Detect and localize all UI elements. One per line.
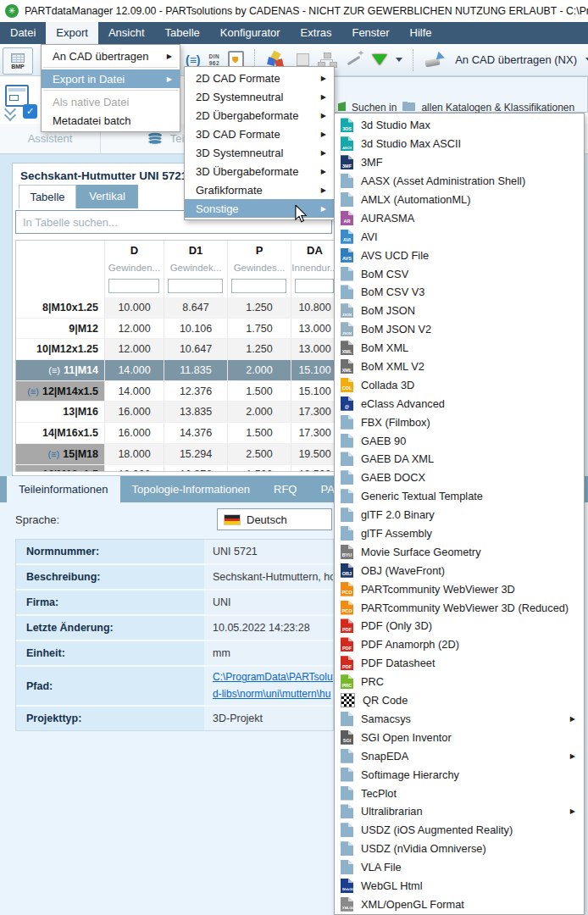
filter-checkbox[interactable]: ✓ <box>23 104 37 119</box>
info-tab-rfq[interactable]: RFQ <box>262 476 308 502</box>
submenu-item-3d-übergabeformate[interactable]: 3D Übergabeformate▶ <box>185 162 334 180</box>
format-menu-item[interactable]: BoM CSV <box>335 264 584 283</box>
format-menu-item[interactable]: XMLBoM XML V2 <box>335 358 584 376</box>
submenu-item-sonstige[interactable]: Sonstige▶ <box>185 199 334 218</box>
column-header-d1[interactable]: D1 <box>164 241 227 259</box>
submenu-item-2d-systemneutral[interactable]: 2D Systemneutral▶ <box>185 87 334 106</box>
format-menu-item[interactable]: FBX (Filmbox) <box>335 413 584 431</box>
format-menu-item[interactable]: GAEB DOCX <box>335 469 584 487</box>
language-dropdown[interactable]: Deutsch <box>217 508 332 530</box>
format-menu-item[interactable]: ASCII3d Studio Max ASCII <box>335 135 584 153</box>
menubar-item-extras[interactable]: Extras <box>291 22 342 44</box>
format-menu-item[interactable]: Generic Textual Template <box>335 487 584 506</box>
file-format-icon <box>341 174 353 188</box>
table-view-icon[interactable]: (≡) <box>186 53 201 67</box>
din-962-icon[interactable]: DIN962 <box>209 53 220 66</box>
tab-tabelle[interactable]: Tabelle <box>19 185 76 208</box>
menubar-item-fenster[interactable]: Fenster <box>341 22 399 44</box>
table-row[interactable]: (≡)12|M14x1.514.00012.3761.50015.100 <box>16 381 336 402</box>
bmp-export-button[interactable]: BMP <box>3 47 33 75</box>
format-menu-item[interactable]: OBJOBJ (WaveFront) <box>335 561 584 580</box>
menubar-item-tabelle[interactable]: Tabelle <box>155 22 210 44</box>
format-menu-item[interactable]: glTF Assembly <box>335 524 584 543</box>
menubar-item-hilfe[interactable]: Hilfe <box>400 22 442 44</box>
format-menu-item[interactable]: SGISGI Open Inventor <box>335 728 584 746</box>
format-menu-item[interactable]: PCOPARTcommunity WebViewer 3D <box>335 580 584 598</box>
format-menu-item[interactable]: COLCollada 3D <box>335 375 584 394</box>
format-menu-item[interactable]: USDZ (nVidia Omniverse) <box>335 840 584 858</box>
format-menu-item[interactable]: BYUMovie Surface Geometry <box>335 542 584 561</box>
format-menu-item[interactable]: GAEB DA XML <box>335 450 584 469</box>
table-row[interactable]: 13|M1616.00013.8352.00017.300 <box>16 402 336 423</box>
menu-item-export-in-datei[interactable]: Export in Datei▶ <box>42 69 180 88</box>
format-menu-item[interactable]: JSONBoM JSON <box>335 302 584 320</box>
format-menu-item[interactable]: SnapEDA▶ <box>335 746 584 765</box>
format-menu-item[interactable]: AVSAVS UCD File <box>335 246 584 264</box>
menu-item-metadatei-batch[interactable]: Metadatei batch <box>42 111 180 130</box>
submenu-item-grafikformate[interactable]: Grafikformate▶ <box>185 180 334 199</box>
tab-vertikal[interactable]: Vertikal <box>76 185 138 208</box>
menubar-item-export[interactable]: Export <box>46 22 98 44</box>
format-menu-item[interactable]: 3DS3d Studio Max <box>335 116 584 135</box>
format-menu-item[interactable]: WebGLWebGL Html <box>335 877 584 896</box>
format-menu-item[interactable]: JSONBoM JSON V2 <box>335 320 584 339</box>
collapse-double-chevron-icon[interactable] <box>4 105 18 120</box>
info-tab-teileinformationen[interactable]: Teileinformationen <box>7 476 120 502</box>
green-triangle-icon[interactable] <box>372 54 387 65</box>
format-menu-item[interactable]: Samacsys▶ <box>335 710 584 729</box>
table-filter-input[interactable] <box>295 279 334 293</box>
submenu-item-2d-cad-formate[interactable]: 2D CAD Formate▶ <box>185 69 334 87</box>
format-menu-item[interactable]: PDFPDF (Only 3D) <box>335 617 584 635</box>
format-menu-item[interactable]: PRCPRC <box>335 673 584 691</box>
format-menu-item[interactable]: TecPlot <box>335 784 584 802</box>
table-row[interactable]: (≡)15|M1818.00015.2942.50019.500 <box>16 444 336 465</box>
submenu-item-2d-übergabeformate[interactable]: 2D Übergabeformate▶ <box>185 106 334 125</box>
menu-item-an-cad-übertragen[interactable]: An CAD übertragen▶ <box>42 47 180 65</box>
table-row[interactable]: 14|M16x1.516.00014.3761.50017.300 <box>16 423 336 444</box>
table-filter-input[interactable] <box>168 279 223 293</box>
format-menu-item[interactable]: BoM CSV V3 <box>335 283 584 302</box>
menubar-item-ansicht[interactable]: Ansicht <box>98 22 155 44</box>
format-menu-item[interactable]: PDFPDF Datasheet <box>335 654 584 673</box>
info-tab-topologie-informationen[interactable]: Topologie-Informationen <box>120 476 262 502</box>
format-menu-item[interactable]: Ultralibrarian▶ <box>335 802 584 821</box>
format-menu-item[interactable]: glTF 2.0 Binary <box>335 506 584 524</box>
table-filter-input[interactable] <box>231 279 286 293</box>
magic-wand-icon[interactable] <box>345 52 363 69</box>
format-menu-item[interactable]: PDFPDF Anamorph (2D) <box>335 635 584 654</box>
table-filter-input[interactable] <box>108 279 159 293</box>
format-menu-item[interactable]: ARAURASMA <box>335 208 584 227</box>
format-menu-item[interactable]: PCOPARTcommunity WebViewer 3D (Reduced) <box>335 598 584 617</box>
menubar-item-konfigurator[interactable]: Konfigurator <box>210 22 291 44</box>
dropdown-caret-icon[interactable] <box>396 58 402 62</box>
format-label: PDF Anamorph (2D) <box>361 638 459 651</box>
format-menu-item[interactable]: AVIAVI <box>335 227 584 246</box>
format-menu-item[interactable]: QR Code <box>335 691 584 710</box>
format-menu-item[interactable]: AASX (Asset Administration Shell) <box>335 172 584 191</box>
format-menu-item[interactable]: @eClass Advanced <box>335 394 584 413</box>
an-cad-uebertragen-button[interactable]: An CAD übertragen (NX) <box>455 53 577 66</box>
table-row[interactable]: 10|M12x1.2512.00010.6471.25013.000 <box>16 339 336 360</box>
menubar-item-datei[interactable]: Datei <box>0 22 46 44</box>
format-menu-item[interactable]: VLA File <box>335 858 584 877</box>
format-menu-item[interactable]: GAEB 90 <box>335 431 584 450</box>
format-menu-item[interactable]: USDZ (iOS Augmented Reality) <box>335 821 584 840</box>
info-label: Beschreibung: <box>16 565 204 589</box>
format-menu-item[interactable]: AMLX (AutomationML) <box>335 191 584 209</box>
path-link[interactable]: C:\ProgramData\PARTsolutiod-libs\norm\un… <box>213 669 333 702</box>
submenu-item-3d-cad-formate[interactable]: 3D CAD Formate▶ <box>185 125 334 143</box>
format-menu-item[interactable]: XMLGLXML/OpenGL Format <box>335 895 584 913</box>
column-header-d[interactable]: D <box>104 241 164 259</box>
screw-cad-icon[interactable] <box>424 52 447 69</box>
search-in-scope[interactable]: allen Katalogen & Klassifikationen <box>421 102 574 113</box>
table-row[interactable]: (≡)11|M1414.00011.8352.00015.100 <box>16 360 336 381</box>
submenu-item-3d-systemneutral[interactable]: 3D Systemneutral▶ <box>185 143 334 162</box>
table-row[interactable]: 8|M10x1.2510.0008.6471.25010.800 <box>16 297 336 319</box>
format-menu-item[interactable]: XMLBoM XML <box>335 339 584 358</box>
table-row[interactable]: 9|M1212.00010.1061.75013.000 <box>16 319 336 340</box>
format-menu-item[interactable]: 3MF3MF <box>335 153 584 172</box>
table-row[interactable]: (≡)16|M18x1.518.00016.3761.50019.500 <box>16 465 336 473</box>
format-menu-item[interactable]: Softimage Hierarchy <box>335 765 584 784</box>
column-header-da[interactable]: DA <box>291 241 337 259</box>
column-header-p[interactable]: P <box>227 241 291 259</box>
